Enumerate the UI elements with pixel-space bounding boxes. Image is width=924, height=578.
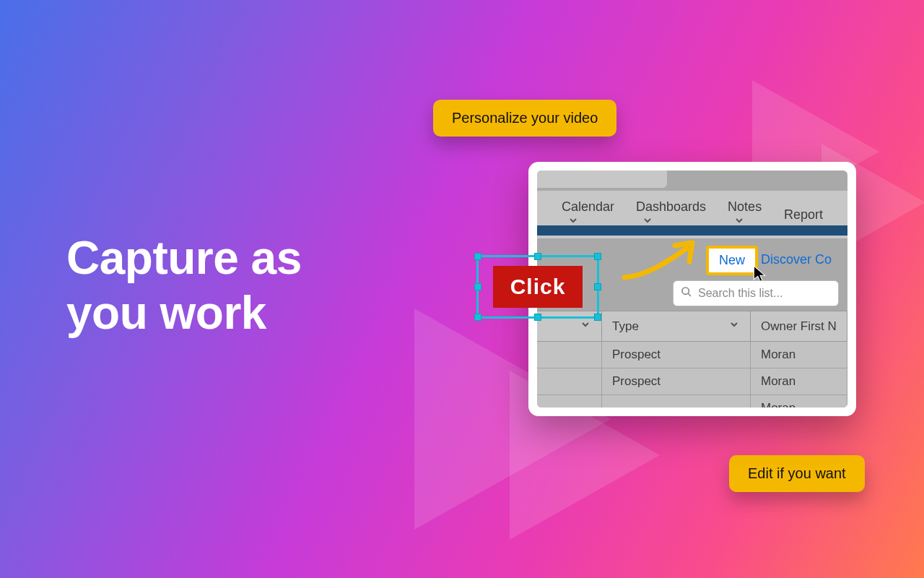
cell-type: Prospect: [602, 368, 751, 394]
cell-owner: Moran: [751, 395, 847, 407]
click-badge: Click: [493, 266, 583, 308]
new-button-label: New: [719, 253, 745, 267]
cell-owner: Moran: [751, 342, 847, 368]
new-button[interactable]: New: [706, 246, 758, 275]
resize-handle[interactable]: [594, 253, 601, 260]
table-head-owner-first[interactable]: Owner First N: [751, 311, 847, 341]
th-label: Owner First N: [761, 319, 837, 334]
discover-link[interactable]: Discover Co: [761, 252, 847, 267]
resize-handle[interactable]: [534, 253, 541, 260]
resize-handle[interactable]: [474, 283, 481, 290]
app-tab-stub: [537, 171, 667, 188]
th-label: Type: [612, 319, 639, 334]
nav-item-reports[interactable]: Report: [784, 207, 823, 223]
table-head-type[interactable]: Type: [602, 311, 751, 341]
callout-personalize: Personalize your video: [433, 100, 616, 137]
svg-line-5: [688, 293, 691, 296]
callout-edit: Edit if you want: [729, 455, 865, 492]
cell-owner: Moran: [751, 368, 847, 394]
arrow-annotation-icon: [617, 233, 704, 293]
cell-type: Prospect: [602, 342, 751, 368]
resize-handle[interactable]: [474, 314, 481, 321]
nav-label: Dashboards: [636, 199, 706, 214]
table-row[interactable]: Moran: [537, 395, 847, 407]
page-headline: Capture as you work: [66, 231, 302, 340]
headline-line1: Capture as: [66, 232, 302, 284]
nav-label: Calendar: [562, 199, 614, 214]
nav-label: Notes: [728, 199, 762, 214]
resize-handle[interactable]: [594, 283, 601, 290]
resize-handle[interactable]: [534, 314, 541, 321]
nav-label: Report: [784, 207, 823, 222]
data-table: Type Owner First N Prospect Moran Prospe…: [537, 311, 847, 407]
headline-line2: you work: [66, 287, 266, 339]
chevron-down-icon: [580, 319, 591, 334]
discover-label: Discover Co: [761, 252, 832, 267]
resize-handle[interactable]: [474, 253, 481, 260]
search-placeholder: Search this list...: [698, 287, 783, 300]
table-row[interactable]: Prospect Moran: [537, 342, 847, 368]
resize-handle[interactable]: [594, 314, 601, 321]
click-annotation[interactable]: Click: [476, 255, 599, 319]
chevron-down-icon: [728, 319, 740, 334]
cell-type: [602, 395, 751, 407]
table-row[interactable]: Prospect Moran: [537, 368, 847, 395]
